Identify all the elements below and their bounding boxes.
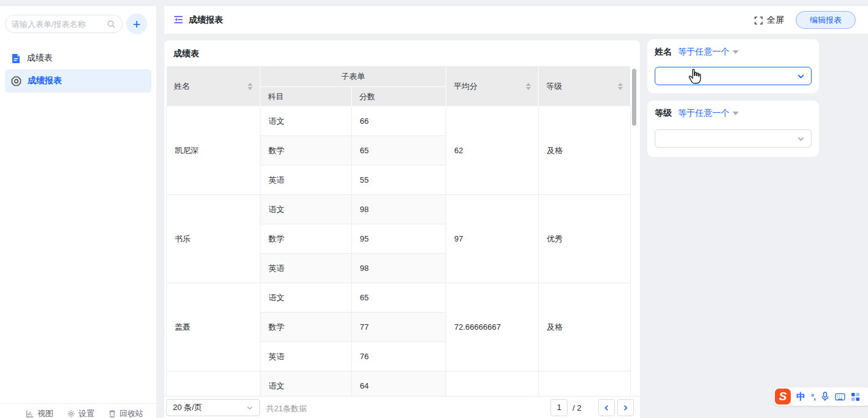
sort-icon[interactable]: [618, 83, 623, 90]
edit-report-button[interactable]: 编辑报表: [796, 11, 856, 29]
score-cell: 95: [352, 224, 446, 254]
filter-operator-label: 等于任意一个: [678, 108, 729, 119]
sidebar-item-form[interactable]: 成绩表: [0, 48, 156, 69]
views-button[interactable]: 视图: [26, 408, 53, 418]
score-cell: 64: [352, 371, 446, 397]
subject-cell: 数学: [261, 136, 352, 165]
filter-field-label: 等级: [655, 108, 672, 119]
subject-cell: 英语: [261, 165, 352, 195]
ime-mode-toggle[interactable]: 中: [796, 391, 805, 403]
subject-cell: 英语: [261, 342, 352, 371]
subject-cell: 英语: [261, 254, 352, 283]
name-cell: [167, 371, 261, 397]
sidebar-search[interactable]: [5, 15, 123, 33]
triangle-down-icon: [733, 112, 739, 115]
grade-cell: 优秀: [539, 195, 631, 283]
report-table-viewport[interactable]: 姓名 子表单 平均分 等级 科目 分数 凯尼深语文6662及格数学65英语55书…: [166, 66, 632, 396]
report-card: 成绩表 姓名 子表单 平均分 等级 科目: [164, 40, 640, 418]
grade-cell: 及格: [539, 107, 631, 195]
name-cell: 书乐: [167, 195, 261, 283]
chevron-right-icon: [622, 405, 629, 411]
filter-operator-dropdown[interactable]: 等于任意一个: [678, 47, 739, 58]
score-cell: 55: [352, 165, 446, 195]
filter-operator-dropdown[interactable]: 等于任意一个: [678, 108, 739, 119]
chevron-down-icon: [797, 135, 805, 143]
average-cell: 62: [446, 107, 539, 195]
keyboard-icon[interactable]: [835, 393, 845, 401]
average-cell: 72.66666667: [446, 283, 539, 371]
score-cell: 98: [352, 254, 446, 283]
collapse-menu-icon[interactable]: [173, 14, 184, 25]
topbar: 成绩报表 全屏 编辑报表: [164, 6, 868, 34]
grade-cell: 及格: [539, 283, 631, 371]
fullscreen-icon: [754, 16, 763, 25]
name-cell: 凯尼深: [167, 107, 261, 195]
sidebar: + 成绩表 成绩报表 视图 设置 回收站: [0, 6, 156, 418]
subject-cell: 语文: [261, 283, 352, 313]
table-row: 盖聂语文6572.66666667及格: [167, 283, 631, 313]
document-icon: [11, 53, 21, 64]
subject-cell: 数学: [261, 224, 352, 254]
column-header-subform: 子表单: [261, 66, 446, 87]
filter-value-select-name[interactable]: [655, 67, 812, 85]
ime-toolbar: S 中 °,: [774, 387, 868, 406]
add-button[interactable]: +: [126, 13, 147, 34]
recycle-bin-label: 回收站: [120, 408, 143, 418]
recycle-bin-button[interactable]: 回收站: [108, 408, 143, 418]
score-cell: 76: [352, 342, 446, 371]
sidebar-item-report[interactable]: 成绩报表: [5, 69, 151, 93]
microphone-icon[interactable]: [821, 392, 829, 401]
chart-icon: [26, 409, 34, 418]
sort-icon[interactable]: [248, 83, 253, 90]
fullscreen-label: 全屏: [767, 15, 784, 26]
column-header-grade[interactable]: 等级: [539, 66, 631, 107]
sort-icon[interactable]: [526, 83, 531, 90]
filter-operator-label: 等于任意一个: [678, 47, 729, 58]
report-table: 姓名 子表单 平均分 等级 科目 分数 凯尼深语文6662及格数学65英语55书…: [166, 66, 631, 396]
column-header-subject: 科目: [261, 87, 352, 107]
report-table-title: 成绩表: [173, 48, 199, 59]
filter-card-grade: 等级 等于任意一个: [647, 101, 819, 157]
table-row: 凯尼深语文6662及格: [167, 107, 631, 136]
next-page-button[interactable]: [617, 399, 634, 416]
search-input[interactable]: [12, 20, 107, 29]
score-cell: 77: [352, 313, 446, 342]
average-cell: [446, 371, 539, 397]
current-page-input[interactable]: 1: [550, 399, 568, 416]
triangle-down-icon: [733, 50, 739, 54]
gear-icon: [67, 409, 75, 418]
page-size-value: 20 条/页: [173, 402, 202, 413]
average-cell: 97: [446, 195, 539, 283]
settings-label: 设置: [78, 408, 94, 418]
report-table-body: 凯尼深语文6662及格数学65英语55书乐语文9897优秀数学95英语98盖聂语…: [167, 107, 631, 397]
table-scrollbar[interactable]: [632, 69, 636, 126]
subject-cell: 语文: [261, 107, 352, 136]
dashboard-icon: [11, 76, 21, 86]
score-cell: 65: [352, 283, 446, 313]
column-header-score: 分数: [352, 87, 446, 107]
chevron-left-icon: [603, 405, 610, 411]
score-cell: 65: [352, 136, 446, 165]
name-cell: 盖聂: [167, 283, 261, 371]
prev-page-button[interactable]: [598, 399, 615, 416]
sidebar-footer: 视图 设置 回收站: [0, 408, 156, 418]
filter-field-label: 姓名: [655, 47, 672, 58]
sidebar-footer-divider: [0, 403, 156, 404]
subject-cell: 语文: [261, 195, 352, 224]
toolbox-grid-icon[interactable]: [851, 392, 860, 401]
subject-cell: 语文: [261, 371, 352, 397]
settings-button[interactable]: 设置: [67, 408, 94, 418]
pagination-bar: 20 条/页 共21条数据 1 / 2: [164, 396, 640, 418]
filter-value-select-grade[interactable]: [655, 129, 812, 148]
fullscreen-button[interactable]: 全屏: [754, 13, 784, 27]
page-size-select[interactable]: 20 条/页: [166, 399, 260, 416]
column-header-name[interactable]: 姓名: [167, 66, 261, 107]
column-header-average[interactable]: 平均分: [446, 66, 539, 107]
table-row: 书乐语文9897优秀: [167, 195, 631, 224]
search-icon: [107, 20, 116, 29]
sidebar-item-label: 成绩表: [27, 53, 53, 64]
views-label: 视图: [37, 408, 53, 418]
sogou-logo-icon[interactable]: S: [775, 389, 791, 405]
punctuation-icon[interactable]: °,: [811, 392, 815, 401]
chevron-down-icon: [246, 405, 253, 411]
